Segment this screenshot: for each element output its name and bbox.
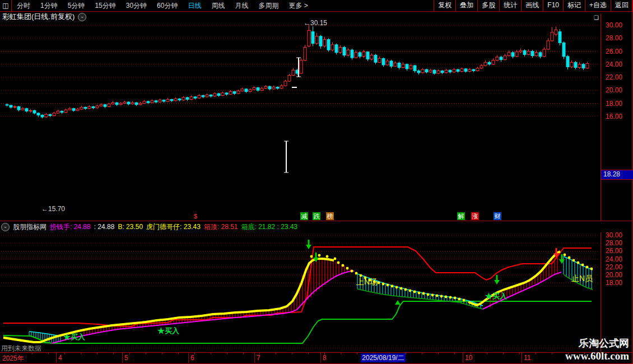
period-tab-月线[interactable]: 月线 xyxy=(230,0,253,11)
upper-axis-label: 18.00 xyxy=(606,100,622,108)
indicator-annotation: 上N场 xyxy=(356,277,378,287)
chevron-down-icon[interactable]: ⌄ xyxy=(78,13,86,21)
event-marker-$[interactable]: $ xyxy=(192,212,199,220)
upper-axis-label: 30.00 xyxy=(606,21,622,29)
lower-axis-label: 26.00 xyxy=(606,247,622,255)
lower-axis-label: 28.00 xyxy=(606,239,622,247)
indicator-value: : 24.88 xyxy=(94,223,115,231)
month-tick xyxy=(522,353,522,363)
period-tab-1分钟[interactable]: 1分钟 xyxy=(35,0,63,11)
buy-signal-label: ★买入 xyxy=(485,291,507,301)
period-tab-周线[interactable]: 周线 xyxy=(206,0,230,11)
month-tick xyxy=(254,353,255,363)
month-label-4: 4 xyxy=(58,354,62,362)
week-ticks xyxy=(0,353,632,354)
month-label-11: 11 xyxy=(524,354,530,362)
indicator-annotation: 止N员 xyxy=(571,274,593,284)
upper-price-axis: 30.0028.0026.0024.0022.0020.0018.0016.00 xyxy=(601,14,632,221)
upper-axis-label: 24.00 xyxy=(606,60,622,68)
event-marker-解[interactable]: 解 xyxy=(457,212,465,220)
toolbar-button-+自选[interactable]: +自选 xyxy=(585,0,611,11)
buy-signal-label: ★买入 xyxy=(63,332,85,342)
period-tab-5分钟[interactable]: 5分钟 xyxy=(63,0,90,11)
year-label: 2025年 xyxy=(2,354,24,363)
lower-axis-label: 22.00 xyxy=(606,263,622,271)
toolbar: ◫ 分时1分钟5分钟15分钟30分钟60分钟日线周线月线多周期更多 > 复权叠加… xyxy=(0,0,633,12)
upper-axis-label: 22.00 xyxy=(606,73,622,81)
low-price-annotation: ←15.70 xyxy=(41,205,65,213)
period-tab-多周期[interactable]: 多周期 xyxy=(253,0,283,11)
period-tab-30分钟[interactable]: 30分钟 xyxy=(121,0,152,11)
indicator-value: 箱底: 21.82 : 23.43 xyxy=(241,222,298,232)
indicator-source[interactable]: 股朋指标网 xyxy=(13,222,46,232)
titlebar: 彩虹集团(日线.前复权) ⌄ xyxy=(2,12,86,21)
period-tab-分时[interactable]: 分时 xyxy=(12,0,35,11)
date-axis[interactable]: 2025年 2025/08/19/二 456781011 xyxy=(0,352,632,364)
period-tab-更多 >[interactable]: 更多 > xyxy=(283,0,313,11)
month-tick xyxy=(188,353,189,363)
month-tick xyxy=(320,353,321,363)
lower-axis-label: 24.00 xyxy=(606,255,622,263)
indicator-value: 捞钱手: 24.88 xyxy=(50,222,91,232)
upper-axis-label: 26.00 xyxy=(606,48,622,55)
window-icon[interactable]: ◫ xyxy=(0,0,12,11)
month-tick xyxy=(122,353,123,363)
period-tab-日线[interactable]: 日线 xyxy=(183,0,206,11)
indicator-value: 虎门德哥仔: 23.43 xyxy=(146,222,201,232)
month-label-6: 6 xyxy=(190,354,194,362)
month-tick xyxy=(463,353,463,363)
last-price-tag: 18.28 xyxy=(601,170,633,180)
month-label-10: 10 xyxy=(465,354,472,362)
event-marker-减[interactable]: 减 xyxy=(300,212,308,220)
future-data-note: 用到未来数据 xyxy=(1,344,41,353)
panel-divider xyxy=(0,221,632,221)
watermark-site-name: 乐淘公式网 xyxy=(563,337,629,350)
high-price-annotation: ←30.15 xyxy=(304,19,327,27)
watermark-site-url: www.60lt.com xyxy=(552,350,629,362)
upper-axis-label: 16.00 xyxy=(606,113,622,120)
upper-axis-label: 20.00 xyxy=(606,86,622,94)
toolbar-button-多股[interactable]: 多股 xyxy=(477,0,499,11)
month-label-8: 8 xyxy=(323,354,327,362)
window-right-border xyxy=(632,0,632,364)
chart-title: 彩虹集团(日线.前复权) xyxy=(2,12,75,22)
buy-signal-label: ★买入 xyxy=(157,326,179,336)
upper-axis-label: 28.00 xyxy=(606,34,622,42)
indicator-header: ⌄ 股朋指标网 捞钱手: 24.88: 24.88B: 23.50虎门德哥仔: … xyxy=(1,222,297,231)
selected-date-tag: 2025/08/19/二 xyxy=(361,353,406,362)
toolbar-button-标记[interactable]: 标记 xyxy=(563,0,585,11)
month-label-7: 7 xyxy=(257,354,260,362)
toolbar-button-F10[interactable]: F10 xyxy=(543,0,563,11)
toolbar-buttons: 复权叠加多股统计画线F10标记+自选返回 xyxy=(434,0,633,11)
event-marker-榜[interactable]: 榜 xyxy=(326,212,334,220)
indicator-value: B: 23.50 xyxy=(118,223,143,231)
lower-axis-label: 20.00 xyxy=(606,271,622,279)
toolbar-button-统计[interactable]: 统计 xyxy=(499,0,521,11)
indicator-value: 箱顶: 28.51 xyxy=(204,222,238,232)
event-marker-跌[interactable]: 跌 xyxy=(313,212,320,220)
lower-price-axis: 30.0028.0026.0024.0022.0020.0018.00 xyxy=(601,232,632,352)
trading-app-window: ◫ 分时1分钟5分钟15分钟30分钟60分钟日线周线月线多周期更多 > 复权叠加… xyxy=(0,0,633,364)
event-marker-财[interactable]: 财 xyxy=(494,212,501,220)
period-tab-60分钟[interactable]: 60分钟 xyxy=(152,0,183,11)
toolbar-button-复权[interactable]: 复权 xyxy=(434,0,455,11)
toolbar-button-返回[interactable]: 返回 xyxy=(611,0,633,11)
month-tick xyxy=(56,353,57,363)
period-tabs: 分时1分钟5分钟15分钟30分钟60分钟日线周线月线多周期更多 > xyxy=(12,0,313,11)
kline-chart-canvas[interactable] xyxy=(0,0,633,364)
event-marker-涨[interactable]: 涨 xyxy=(471,212,479,220)
chevron-down-icon[interactable]: ⌄ xyxy=(1,223,10,231)
lower-axis-label: 30.00 xyxy=(606,231,622,239)
toolbar-button-叠加[interactable]: 叠加 xyxy=(455,0,477,11)
month-label-5: 5 xyxy=(124,354,128,362)
toolbar-button-画线[interactable]: 画线 xyxy=(521,0,543,11)
period-tab-15分钟[interactable]: 15分钟 xyxy=(90,0,120,11)
lower-axis-label: 18.00 xyxy=(606,279,622,287)
layout-toggle-icon[interactable]: ❏ xyxy=(594,15,599,21)
